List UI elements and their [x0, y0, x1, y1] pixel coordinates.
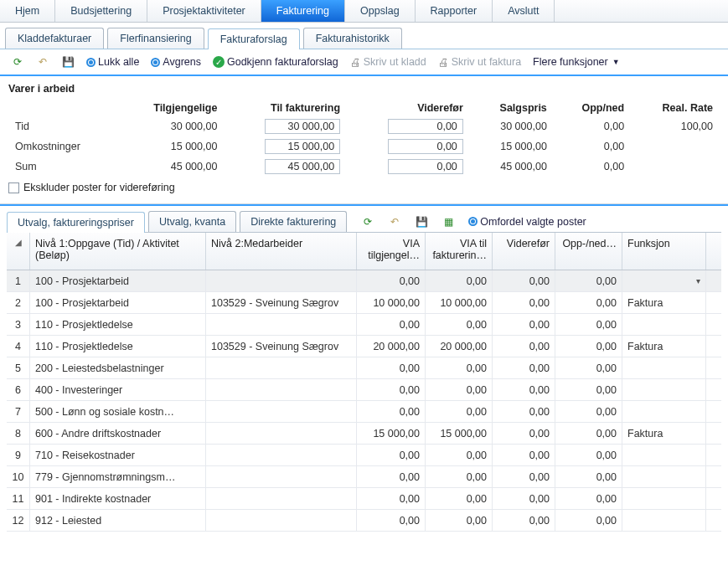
- table-cell[interactable]: 0,00: [555, 423, 622, 444]
- sub-tab-fakturahistorikk[interactable]: Fakturahistorikk: [303, 28, 402, 49]
- godkjenn-button[interactable]: ✓Godkjenn fakturaforslag: [209, 54, 343, 69]
- table-cell[interactable]: [206, 423, 357, 444]
- table-cell[interactable]: 779 - Gjennomstrømningsm…: [30, 466, 206, 487]
- table-cell[interactable]: Faktura: [622, 336, 706, 357]
- table-cell[interactable]: 0,00: [357, 314, 426, 335]
- table-cell[interactable]: 0,00: [555, 357, 622, 378]
- table-cell[interactable]: [206, 314, 357, 335]
- table-cell[interactable]: 0,00: [493, 488, 555, 509]
- table-cell[interactable]: 0,00: [555, 466, 622, 487]
- table-cell[interactable]: 110 - Prosjektledelse: [30, 314, 206, 335]
- table-cell[interactable]: 10: [7, 466, 30, 487]
- summary-cell[interactable]: 15 000,00: [224, 136, 347, 157]
- main-tab-oppslag[interactable]: Oppslag: [345, 0, 416, 22]
- table-cell[interactable]: 0,00: [426, 466, 493, 487]
- table-row[interactable]: 8600 - Andre driftskostnader15 000,0015 …: [7, 423, 721, 445]
- table-cell[interactable]: [622, 466, 706, 487]
- rownum-header[interactable]: ◢: [7, 233, 30, 270]
- table-cell[interactable]: 0,00: [555, 488, 622, 509]
- table-cell[interactable]: 1: [7, 270, 30, 291]
- table-row[interactable]: 2100 - Prosjektarbeid103529 - Sveinung S…: [7, 292, 721, 314]
- table-cell[interactable]: 103529 - Sveinung Sægrov: [206, 336, 357, 357]
- table-cell[interactable]: 20 000,00: [357, 336, 426, 357]
- table-cell[interactable]: 0,00: [555, 445, 622, 465]
- table-cell[interactable]: 0,00: [426, 270, 493, 291]
- table-row[interactable]: 11901 - Indirekte kostnader0,000,000,000…: [7, 488, 721, 510]
- table-cell[interactable]: 2: [7, 292, 30, 313]
- table-cell[interactable]: [206, 510, 357, 531]
- table-cell[interactable]: 0,00: [493, 510, 555, 531]
- main-tab-prosjektaktiviteter[interactable]: Prosjektaktiviteter: [147, 0, 261, 22]
- table-cell[interactable]: [622, 488, 706, 509]
- table-cell[interactable]: 0,00: [493, 445, 555, 465]
- skriv-faktura-button[interactable]: 🖨Skriv ut faktura: [434, 54, 525, 70]
- main-tab-fakturering[interactable]: Fakturering: [261, 0, 345, 22]
- table-cell[interactable]: 15 000,00: [357, 423, 426, 444]
- table-cell[interactable]: 0,00: [555, 314, 622, 335]
- table-cell[interactable]: 0,00: [426, 314, 493, 335]
- table-cell[interactable]: 901 - Indirekte kostnader: [30, 488, 206, 509]
- table-cell[interactable]: 0,00: [555, 510, 622, 531]
- table-cell[interactable]: 100 - Prosjektarbeid: [30, 270, 206, 291]
- table-cell[interactable]: 0,00: [493, 466, 555, 487]
- table-cell[interactable]: [206, 270, 357, 291]
- table-cell[interactable]: 400 - Investeringer: [30, 379, 206, 400]
- table-cell[interactable]: [622, 357, 706, 378]
- table-row[interactable]: 3110 - Prosjektledelse0,000,000,000,00: [7, 314, 721, 336]
- table-cell[interactable]: 0,00: [426, 357, 493, 378]
- table-cell[interactable]: 0,00: [357, 488, 426, 509]
- refresh-button[interactable]: ⟳: [7, 54, 28, 70]
- undo-button[interactable]: ↶: [32, 54, 54, 70]
- summary-input[interactable]: 0,00: [388, 159, 463, 174]
- summary-input[interactable]: 15 000,00: [265, 139, 340, 154]
- table-cell[interactable]: 12: [7, 510, 30, 531]
- summary-cell[interactable]: 0,00: [347, 116, 470, 136]
- table-cell[interactable]: 500 - Lønn og sosiale kostn…: [30, 401, 206, 422]
- table-cell[interactable]: 11: [7, 488, 30, 509]
- summary-input[interactable]: 0,00: [388, 139, 463, 154]
- table-cell[interactable]: 0,00: [357, 357, 426, 378]
- table-cell[interactable]: 5: [7, 357, 30, 378]
- lukk-alle-button[interactable]: Lukk alle: [82, 54, 143, 69]
- table-cell[interactable]: 8: [7, 423, 30, 444]
- col-via-fakturering[interactable]: VIA til fakturerin…: [426, 233, 493, 270]
- table-cell[interactable]: 0,00: [555, 292, 622, 313]
- table-cell[interactable]: 0,00: [493, 379, 555, 400]
- main-tab-rapporter[interactable]: Rapporter: [416, 0, 493, 22]
- table-cell[interactable]: [622, 510, 706, 531]
- table-row[interactable]: 5200 - Leiestedsbelastninger0,000,000,00…: [7, 357, 721, 379]
- summary-input[interactable]: 45 000,00: [265, 159, 340, 174]
- table-cell[interactable]: 200 - Leiestedsbelastninger: [30, 357, 206, 378]
- skriv-kladd-button[interactable]: 🖨Skriv ut kladd: [346, 54, 431, 70]
- bottom-tab[interactable]: Utvalg, kvanta: [148, 211, 236, 232]
- table-cell[interactable]: [206, 401, 357, 422]
- table-cell[interactable]: 0,00: [493, 423, 555, 444]
- table-cell[interactable]: 10 000,00: [357, 292, 426, 313]
- table-cell[interactable]: 4: [7, 336, 30, 357]
- table-cell[interactable]: 0,00: [493, 336, 555, 357]
- table-cell[interactable]: [622, 314, 706, 335]
- table-cell[interactable]: 0,00: [357, 401, 426, 422]
- summary-cell[interactable]: 30 000,00: [224, 116, 347, 136]
- grid-undo-button[interactable]: ↶: [384, 213, 405, 230]
- table-cell[interactable]: [622, 379, 706, 400]
- summary-cell[interactable]: 0,00: [347, 157, 470, 177]
- grid-table-button[interactable]: ▦: [437, 213, 459, 230]
- sub-tab-kladdefakturaer[interactable]: Kladdefakturaer: [5, 28, 104, 49]
- table-cell[interactable]: [206, 379, 357, 400]
- table-cell[interactable]: 0,00: [493, 270, 555, 291]
- table-cell[interactable]: 0,00: [493, 314, 555, 335]
- grid-save-button[interactable]: 💾: [410, 213, 432, 230]
- save-button[interactable]: 💾: [57, 54, 79, 70]
- summary-input[interactable]: 0,00: [388, 119, 463, 134]
- col-level1[interactable]: Nivå 1:Oppgave (Tid) / Aktivitet (Beløp): [30, 233, 206, 270]
- sub-tab-flerfinansiering[interactable]: Flerfinansiering: [107, 28, 204, 49]
- table-cell[interactable]: 0,00: [357, 510, 426, 531]
- table-cell[interactable]: 0,00: [555, 336, 622, 357]
- flere-funksjoner-button[interactable]: Flere funksjoner▼: [529, 54, 624, 69]
- grid-refresh-button[interactable]: ⟳: [357, 213, 379, 230]
- table-cell[interactable]: 0,00: [426, 445, 493, 465]
- table-row[interactable]: 12912 - Leiested0,000,000,000,00: [7, 510, 721, 532]
- main-tab-hjem[interactable]: Hjem: [0, 0, 55, 22]
- bottom-tab[interactable]: Utvalg, faktureringspriser: [7, 212, 145, 233]
